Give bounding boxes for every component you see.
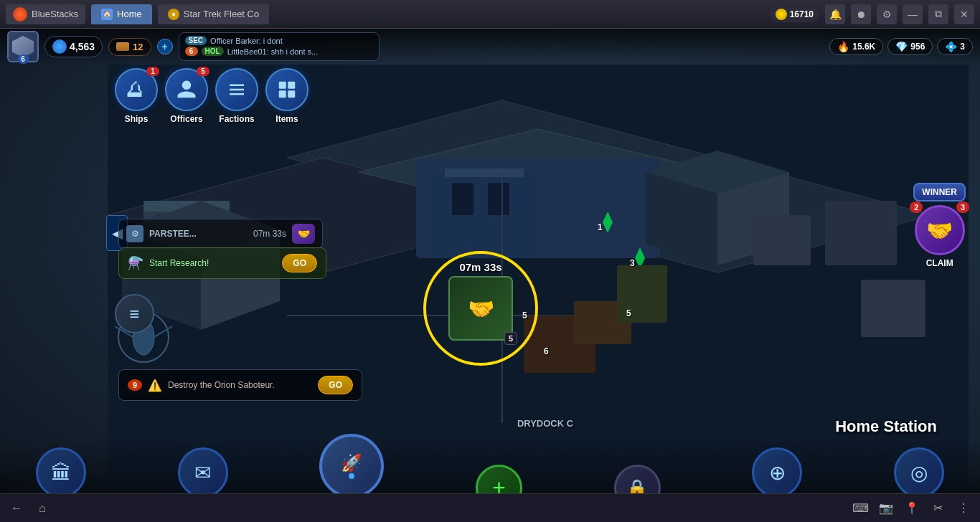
left-nav: 1 Ships 5 Officers Factions Items — [115, 68, 308, 124]
home-tab-label: Home — [117, 9, 142, 19]
factions-label: Factions — [219, 114, 254, 124]
taskbar-keyboard[interactable]: ⌨ — [849, 498, 871, 519]
ship-button[interactable]: ≡ — [115, 294, 154, 333]
claim-btn-area[interactable]: 2 3 🤝 CLAIM — [913, 205, 966, 268]
cargo-icon — [116, 42, 129, 51]
resource-1-pill: 🔥 15.6K — [829, 38, 883, 55]
home-icon: 🚀 — [319, 434, 384, 498]
factions-svg — [226, 79, 248, 100]
parsteel-timer-bar: ⚙ PARSTEE... 07m 33s 🤝 — [118, 219, 323, 249]
crystal-icon: 💠 — [945, 41, 957, 52]
map-number-5a: 5 — [626, 308, 631, 318]
destroy-go-btn[interactable]: GO — [318, 376, 353, 394]
taskbar-tools[interactable]: ✂ — [927, 498, 948, 519]
svg-rect-36 — [288, 82, 295, 89]
cargo-display: 12 — [108, 38, 151, 56]
officers-icon: 5 — [165, 68, 208, 111]
add-resource-btn[interactable]: + — [157, 39, 173, 54]
ships-label: Ships — [125, 114, 149, 124]
nav-ships[interactable]: 1 Ships — [115, 68, 158, 124]
chat-badge-hol: HOL — [202, 47, 224, 56]
title-bar: BlueStacks 🏠 Home ★ Star Trek Fleet Co 1… — [0, 0, 980, 29]
svg-rect-35 — [279, 82, 286, 89]
map-number-6: 6 — [544, 346, 549, 356]
taskbar-back[interactable]: ← — [6, 498, 27, 519]
ships-icon: 1 — [115, 68, 158, 111]
resource-2-icon: 💎 — [895, 41, 908, 52]
resource-1-icon: 🔥 — [837, 41, 849, 52]
svg-rect-21 — [825, 201, 897, 265]
tab-home[interactable]: 🏠 Home — [91, 4, 152, 24]
ships-svg — [126, 79, 147, 100]
ship-area[interactable]: ≡ — [115, 294, 154, 333]
settings-btn[interactable]: ⚙ — [877, 4, 897, 24]
taskbar-location[interactable]: 📍 — [901, 498, 923, 519]
timer-text: 07m 33s — [459, 261, 501, 273]
close-btn[interactable]: ✕ — [954, 4, 974, 24]
research-icon: ⚗️ — [128, 255, 143, 271]
drydock-label: DRYDOCK C — [517, 418, 573, 429]
svg-rect-30 — [617, 265, 667, 323]
taskbar-screenshot[interactable]: 📷 — [875, 498, 897, 519]
svg-rect-13 — [430, 172, 538, 258]
svg-rect-22 — [861, 280, 925, 337]
taskbar-right: ⌨ 📷 📍 ✂ ⋮ — [849, 498, 974, 519]
top-hud: 6 4,563 12 + SEC Officer Barker: i dont … — [0, 29, 980, 65]
trek-tab-icon: ★ — [168, 9, 179, 20]
tab-game[interactable]: ★ Star Trek Fleet Co — [158, 4, 269, 24]
research-quest-area: ⚗️ Start Research! GO — [118, 247, 326, 283]
player-avatar[interactable]: 6 — [7, 31, 39, 62]
parsteel-display: 4,563 — [44, 36, 103, 57]
cargo-value: 12 — [133, 42, 143, 52]
nav-officers[interactable]: 5 Officers — [165, 68, 208, 124]
home-tab-icon: 🏠 — [101, 9, 113, 20]
chat-line-1: SEC Officer Barker: i dont — [185, 36, 373, 45]
nav-items[interactable]: Items — [265, 68, 308, 124]
taskbar-more[interactable]: ⋮ — [953, 498, 974, 519]
officers-svg — [176, 79, 197, 100]
restore-btn[interactable]: ⧉ — [928, 4, 948, 24]
alliance-icon: 🏛 — [36, 447, 86, 498]
parsteel-timer-time: 07m 33s — [253, 229, 286, 239]
player-level: 6 — [17, 54, 29, 64]
right-claim-area: WINNER 2 3 🤝 CLAIM — [913, 183, 966, 268]
system-icon: ◎ — [894, 447, 944, 498]
research-text: Start Research! — [149, 258, 276, 268]
chat-text-1: Officer Barker: i dont — [210, 37, 283, 45]
bluestacks-icon — [13, 7, 27, 22]
minimize-btn[interactable]: — — [903, 4, 923, 24]
parsteel-handshake-btn[interactable]: 🤝 — [292, 224, 315, 244]
title-bar-right: 16710 🔔 ⏺ ⚙ — ⧉ ✕ — [770, 4, 974, 24]
exterior-icon: ⊕ — [752, 447, 802, 498]
bluestacks-logo-area[interactable]: BlueStacks — [6, 4, 85, 24]
research-go-btn[interactable]: GO — [282, 254, 317, 272]
research-item: ⚗️ Start Research! GO — [118, 247, 326, 279]
officers-badge: 5 — [197, 67, 209, 76]
building-level: 5 — [504, 332, 517, 345]
home-station-label: Home Station — [835, 417, 937, 436]
home-ship-icon: 🚀 — [341, 453, 362, 473]
officers-label: Officers — [170, 114, 202, 124]
svg-rect-20 — [753, 215, 811, 265]
notification-btn[interactable]: 🔔 — [825, 4, 845, 24]
map-number-3: 3 — [630, 258, 635, 268]
coin-icon — [776, 9, 787, 20]
claim-label: CLAIM — [926, 258, 953, 268]
resource-2-pill: 💎 956 — [887, 38, 933, 55]
timer-building: 🤝 5 — [448, 276, 513, 341]
items-icon — [265, 68, 308, 111]
trek-tab-label: Star Trek Fleet Co — [184, 9, 259, 19]
center-timer[interactable]: 07m 33s 🤝 5 — [423, 251, 538, 366]
record-btn[interactable]: ⏺ — [851, 4, 871, 24]
items-svg — [276, 79, 298, 100]
building-hs-icon: 🤝 — [468, 296, 494, 321]
taskbar: ← ⌂ ⌨ 📷 📍 ✂ ⋮ — [0, 493, 980, 522]
chat-text-2: LittleBee01: shh i dont s... — [227, 47, 319, 56]
claim-badge-3: 3 — [956, 201, 969, 213]
destroy-badge: 9 — [128, 379, 142, 391]
game-area[interactable]: 6 4,563 12 + SEC Officer Barker: i dont … — [0, 29, 980, 522]
svg-rect-14 — [445, 169, 524, 177]
taskbar-home-btn[interactable]: ⌂ — [32, 498, 53, 519]
nav-factions[interactable]: Factions — [215, 68, 258, 124]
claim-icon[interactable]: 🤝 — [915, 205, 965, 255]
